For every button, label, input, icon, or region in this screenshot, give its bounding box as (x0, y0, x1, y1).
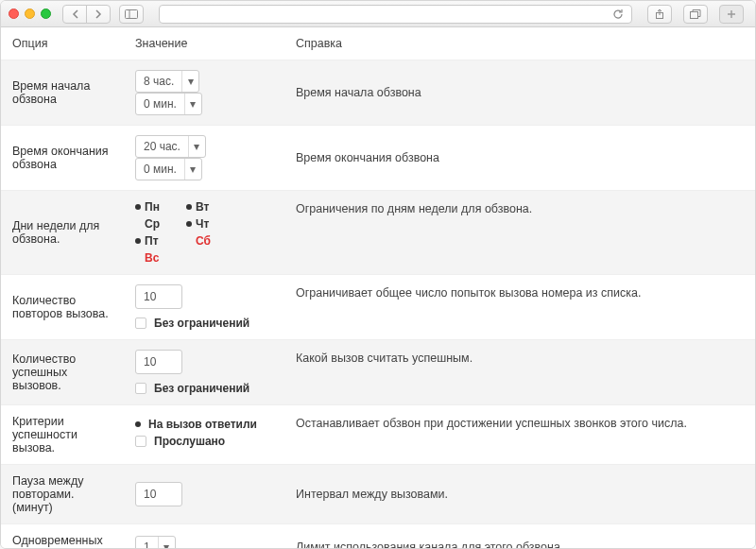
forward-button[interactable] (86, 5, 111, 24)
retries-unlimited-checkbox[interactable]: Без ограничений (135, 317, 273, 330)
back-button[interactable] (62, 5, 87, 24)
label-success: Количество успешных вызовов. (1, 340, 124, 405)
label-criteria: Критерии успешности вызова. (1, 405, 124, 465)
day-Вт[interactable]: Вт (186, 200, 224, 214)
bullet-off-icon (135, 255, 141, 261)
tabs-button[interactable] (683, 5, 708, 24)
bullet-on-icon (135, 238, 141, 244)
col-value: Значение (124, 27, 284, 60)
col-option: Опция (1, 27, 124, 60)
end-hour-select[interactable]: 20 час.▾ (135, 135, 206, 158)
svg-rect-0 (126, 9, 138, 18)
day-Чт[interactable]: Чт (186, 217, 224, 231)
day-Вс[interactable]: Вс (135, 251, 173, 265)
share-button[interactable] (647, 5, 672, 24)
help-criteria: Останавливает обзвон при достижении успе… (284, 405, 755, 465)
minimize-icon[interactable] (25, 9, 35, 19)
chevron-down-icon: ▾ (158, 537, 175, 548)
day-Сб[interactable]: Сб (186, 234, 224, 248)
help-pause: Интервал между вызовами. (284, 465, 755, 524)
help-days: Ограничения по дням недели для обзвона. (284, 191, 755, 275)
checkbox-icon (135, 383, 146, 394)
label-retries: Количество повторов вызова. (1, 275, 124, 340)
days-group: ПнВтСрЧтПтСбВс (135, 200, 273, 265)
end-min-select[interactable]: 0 мин.▾ (135, 158, 202, 180)
label-end-time: Время окончания обзвона (1, 126, 124, 191)
new-tab-button[interactable] (719, 5, 744, 24)
radio-off-icon (135, 436, 146, 447)
chevron-down-icon: ▾ (188, 136, 205, 157)
page-content: Опция Значение Справка Время начала обзв… (1, 27, 755, 548)
help-success: Какой вызов считать успешным. (284, 340, 755, 405)
settings-table: Опция Значение Справка Время начала обзв… (1, 27, 755, 548)
start-hour-select[interactable]: 8 час.▾ (135, 70, 199, 93)
sidebar-button[interactable] (119, 5, 144, 24)
browser-window: Опция Значение Справка Время начала обзв… (0, 0, 756, 549)
chevron-down-icon: ▾ (184, 159, 201, 180)
day-Пт[interactable]: Пт (135, 234, 173, 248)
help-retries: Ограничивает общее число попыток вызова … (284, 275, 755, 340)
bullet-off-icon (135, 221, 141, 227)
pause-input[interactable]: 10 (135, 482, 182, 506)
retries-input[interactable]: 10 (135, 284, 182, 309)
address-bar[interactable] (159, 5, 632, 24)
label-concurrent: Одновременных звонков. (1, 524, 124, 549)
zoom-icon[interactable] (41, 9, 51, 19)
col-help: Справка (284, 27, 755, 60)
chevron-down-icon: ▾ (181, 71, 198, 92)
close-icon[interactable] (9, 9, 19, 19)
nav-buttons (62, 5, 110, 24)
chevron-down-icon: ▾ (184, 94, 201, 114)
help-end: Время окончания обзвона (284, 126, 755, 191)
checkbox-icon (135, 317, 146, 329)
help-concurrent: Лимит использования канала для этого обз… (284, 524, 755, 549)
criteria-opt-answered[interactable]: На вызов ответили (135, 418, 273, 431)
window-controls (9, 9, 51, 19)
titlebar (1, 1, 755, 27)
label-days: Дни недели для обзвона. (1, 191, 124, 275)
criteria-opt-listened[interactable]: Прослушано (135, 435, 273, 448)
label-pause: Пауза между повторами. (минут) (1, 465, 124, 524)
label-start-time: Время начала обзвона (1, 60, 124, 126)
day-Пн[interactable]: Пн (135, 200, 173, 214)
reload-icon[interactable] (612, 9, 624, 20)
radio-on-icon (135, 421, 141, 427)
bullet-on-icon (135, 204, 141, 210)
success-unlimited-checkbox[interactable]: Без ограничений (135, 382, 273, 395)
day-Ср[interactable]: Ср (135, 217, 173, 231)
bullet-on-icon (186, 221, 192, 227)
svg-rect-3 (691, 11, 698, 18)
bullet-on-icon (186, 204, 192, 210)
bullet-off-icon (186, 238, 192, 244)
success-input[interactable]: 10 (135, 350, 182, 374)
help-start: Время начала обзвона (284, 60, 755, 126)
concurrent-select[interactable]: 1▾ (135, 536, 176, 548)
start-min-select[interactable]: 0 мин.▾ (135, 93, 202, 115)
